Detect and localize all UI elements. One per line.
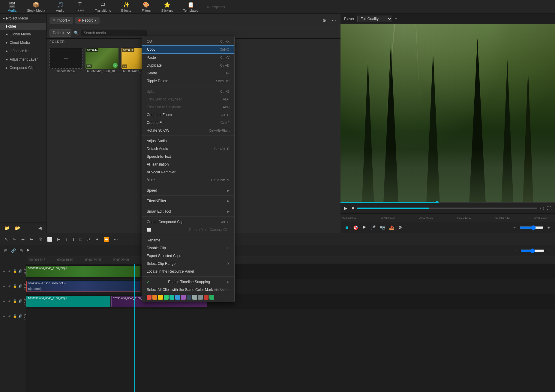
track-v2-lock[interactable]: 🔓 <box>13 284 17 289</box>
ctx-color-mark[interactable]: Select All Clips with the Same Color Mar… <box>142 286 234 294</box>
tl-delete-btn[interactable]: 🗑 <box>37 236 44 243</box>
nav-stock-media[interactable]: 📦 Stock Media <box>23 0 50 13</box>
tl-razor-tool[interactable]: ✂ <box>11 236 18 243</box>
ctx-effect-filter[interactable]: Effect&Filter ▶ <box>142 197 234 205</box>
track-v3-lock[interactable]: 🔓 <box>13 269 17 274</box>
swatch-gray[interactable] <box>198 295 203 300</box>
track-a1-expand[interactable]: ▸ <box>2 314 7 319</box>
nav-stickers[interactable]: ⭐ Stickers <box>157 0 177 13</box>
ctx-speed[interactable]: Speed ▶ <box>142 187 234 194</box>
tl-zoom-out[interactable]: － <box>513 247 519 254</box>
sidebar-item-cloud[interactable]: ▸ Cloud Media <box>0 38 46 47</box>
swatch-dark[interactable] <box>187 295 191 300</box>
zoom-out-btn[interactable]: － <box>511 224 518 231</box>
tl-select-tool[interactable]: ↖ <box>3 236 10 243</box>
marker-btn[interactable]: ⚑ <box>361 225 368 231</box>
sidebar-item-adjustment[interactable]: ▸ Adjustment Layer <box>0 55 46 64</box>
sidebar-item-folder[interactable]: Folder <box>0 23 46 30</box>
swatch-silver[interactable] <box>192 295 197 300</box>
import-media-item[interactable]: ＋ Import Media <box>50 48 82 73</box>
ctx-copy[interactable]: Copy Ctrl+C <box>142 45 234 54</box>
more-options-button[interactable]: ⋯ <box>330 17 338 24</box>
track-v2-eye[interactable]: 👁 <box>7 284 12 289</box>
nav-filters[interactable]: 🎨 Filters <box>137 0 155 13</box>
zoom-slider[interactable] <box>520 225 544 230</box>
export-btn[interactable]: 📤 <box>388 225 395 231</box>
project-media-header[interactable]: ▸ Project Media <box>0 14 46 23</box>
zoom-in-btn[interactable]: ＋ <box>545 224 552 231</box>
track-v2-mute[interactable]: 🔊 <box>18 284 23 289</box>
ctx-compound-clip[interactable]: Create Compound Clip Alt+G <box>142 218 234 226</box>
track-v1-eye[interactable]: 👁 <box>7 299 12 304</box>
filter-button[interactable]: ⚙ <box>321 17 328 24</box>
timeline-zoom-slider[interactable] <box>520 248 544 253</box>
track-v3-eye[interactable]: 👁 <box>7 269 12 274</box>
swatch-purple[interactable] <box>181 295 186 300</box>
ctx-smart-edit[interactable]: Smart Edit Tool ▶ <box>142 208 234 215</box>
ctx-disable[interactable]: Disable Clip E <box>142 244 234 252</box>
voice-btn[interactable]: 🎤 <box>369 225 377 231</box>
ctx-rename[interactable]: Rename <box>142 236 234 244</box>
sidebar-item-global[interactable]: ▸ Global Media <box>0 30 46 38</box>
ctx-crop-zoom[interactable]: Crop and Zoom Alt+C <box>142 111 234 119</box>
clip-video2[interactable]: 5692323-hd_1920_1080_30fps <box>26 281 140 292</box>
tl-shape-btn[interactable]: □ <box>78 236 84 243</box>
nav-templates[interactable]: 📋 Templates <box>179 0 202 13</box>
ctx-delete[interactable]: Delete Del <box>142 69 234 77</box>
capture-btn[interactable]: 📷 <box>379 225 386 231</box>
track-a1-eye[interactable]: 👁 <box>7 314 12 319</box>
ctx-cut[interactable]: Cut Ctrl+X <box>142 37 234 45</box>
tl-undo-btn[interactable]: ↩ <box>20 236 26 243</box>
ctx-paste[interactable]: Paste Ctrl+V <box>142 54 234 61</box>
tl2-add-track[interactable]: ⊞ <box>3 247 9 254</box>
record-button[interactable]: Record ▾ <box>75 17 100 24</box>
ctx-mute[interactable]: Mute Ctrl+Shift+M <box>142 176 234 184</box>
tl-split-btn[interactable]: ⬜ <box>46 236 54 243</box>
media-item-vid1[interactable]: 00:00:44 ✓ HD 5692323-hd_1920_108... <box>86 48 118 73</box>
track-v1-expand[interactable]: ▸ <box>2 299 7 304</box>
swatch-teal[interactable] <box>170 295 174 300</box>
tl-audio-btn[interactable]: ♪ <box>64 236 69 243</box>
ctx-snapping[interactable]: ✓ Enable Timeline Snapping N <box>142 278 234 286</box>
tl-transition-btn[interactable]: ⇄ <box>86 236 92 243</box>
ctx-ai-vocal[interactable]: AI Vocal Remover <box>142 168 234 176</box>
tl-trim-btn[interactable]: ⊢ <box>56 236 62 243</box>
swatch-blue[interactable] <box>175 295 180 300</box>
tl-zoom-in[interactable]: ＋ <box>546 247 552 254</box>
ctx-ripple-delete[interactable]: Ripple Delete Shift+Del <box>142 77 234 85</box>
swatch-green[interactable] <box>164 295 169 300</box>
import-folder-button[interactable]: 📂 <box>14 225 22 231</box>
track-v1-mute[interactable]: 🔊 <box>18 299 23 304</box>
player-timeline-track[interactable] <box>357 208 537 209</box>
ctx-duplicate[interactable]: Duplicate Ctrl+D <box>142 61 234 69</box>
ctx-crop-fit[interactable]: Crop to Fit Ctrl+F <box>142 119 234 127</box>
ctx-export-selected[interactable]: Export Selected Clips <box>142 252 234 260</box>
track-a1-lock[interactable]: 🔓 <box>13 314 17 319</box>
clip-video3[interactable]: 5608091-uhd_3840_2160_24fps <box>26 266 140 277</box>
ctx-detach-audio[interactable]: Detach Audio Ctrl+Alt+D <box>142 145 234 153</box>
nav-transitions[interactable]: ⇄ Transitions <box>91 0 115 13</box>
new-folder-button[interactable]: 📁 <box>3 225 11 231</box>
play-button[interactable]: ▶ <box>343 205 349 211</box>
tl2-marker-btn[interactable]: ⚑ <box>25 247 31 254</box>
ctx-speech-text[interactable]: Speech-to-Text <box>142 153 234 160</box>
swatch-yellow[interactable] <box>158 295 163 300</box>
tl-speed-btn[interactable]: ⏩ <box>102 236 110 243</box>
record-btn[interactable]: ⏺ <box>344 225 350 231</box>
collapse-panel-button[interactable]: ◀ <box>37 225 43 231</box>
track-a1-mute[interactable]: 🔊 <box>18 314 23 319</box>
stop-button[interactable]: ■ <box>350 205 355 211</box>
track-v1-lock[interactable]: 🔓 <box>13 299 17 304</box>
nav-media[interactable]: 🎬 Media <box>3 0 21 13</box>
view-mode-select[interactable]: Default <box>50 29 71 37</box>
player-scrubber[interactable] <box>436 201 439 203</box>
import-button[interactable]: ⬇ Import ▾ <box>50 17 73 24</box>
swatch-darkgreen[interactable] <box>209 295 214 300</box>
search-input[interactable] <box>81 30 147 36</box>
ctx-adjust-audio[interactable]: Adjust Audio <box>142 137 234 145</box>
track-v2-expand[interactable]: ▸ <box>2 284 7 289</box>
nav-titles[interactable]: T Titles <box>71 0 89 13</box>
sidebar-item-influence[interactable]: ▸ Influence Kit <box>0 47 46 55</box>
swatch-orange[interactable] <box>152 295 157 300</box>
track-v3-expand[interactable]: ▸ <box>2 269 7 274</box>
